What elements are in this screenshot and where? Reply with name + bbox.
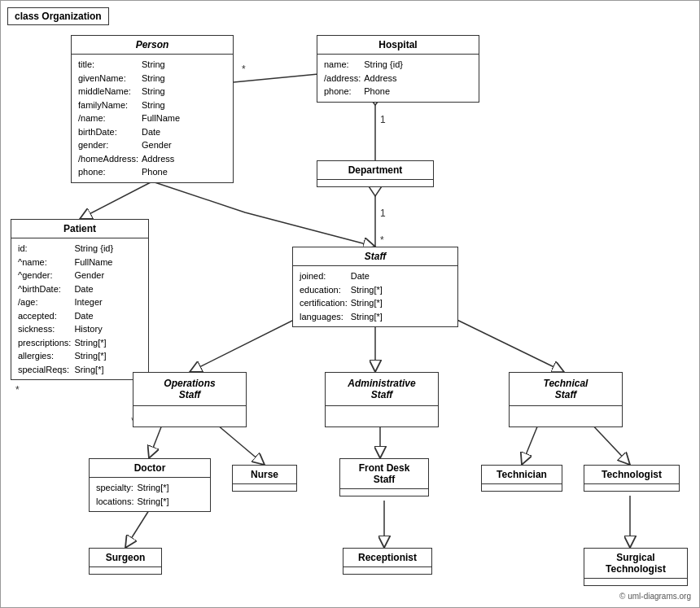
technician-header: Technician — [482, 466, 562, 484]
technologist-header: Technologist — [584, 466, 679, 484]
front-desk-class: Front DeskStaff — [339, 458, 429, 496]
department-header: Department — [317, 161, 433, 180]
technical-staff-class: TechnicalStaff — [509, 372, 623, 427]
patient-header: Patient — [11, 220, 148, 238]
nurse-body — [233, 484, 296, 491]
receptionist-class: Receptionist — [343, 548, 432, 575]
patient-body: id:String {id} ^name:FullName ^gender:Ge… — [11, 238, 148, 379]
svg-text:*: * — [380, 234, 384, 246]
admin-staff-body — [326, 406, 438, 413]
surgeon-body — [90, 567, 161, 574]
front-desk-body — [340, 489, 428, 496]
department-class: Department — [317, 160, 434, 187]
surgical-technologist-class: SurgicalTechnologist — [584, 548, 688, 586]
svg-text:*: * — [15, 384, 20, 396]
technical-staff-body — [510, 406, 622, 413]
surgical-technologist-header: SurgicalTechnologist — [584, 549, 687, 579]
copyright: © uml-diagrams.org — [619, 592, 691, 601]
surgical-technologist-body — [584, 579, 687, 585]
doctor-body: specialty:String[*] locations:String[*] — [90, 478, 210, 511]
admin-staff-header: AdministrativeStaff — [326, 373, 438, 406]
staff-body: joined:Date education:String[*] certific… — [293, 266, 457, 326]
hospital-class: Hospital name:String {id} /address:Addre… — [317, 35, 479, 103]
patient-class: Patient id:String {id} ^name:FullName ^g… — [11, 219, 149, 380]
svg-line-8 — [234, 74, 318, 82]
technologist-body — [584, 484, 679, 491]
hospital-body: name:String {id} /address:Address phone:… — [317, 55, 479, 102]
front-desk-header: Front DeskStaff — [340, 459, 428, 489]
nurse-header: Nurse — [233, 466, 296, 484]
technical-staff-header: TechnicalStaff — [510, 373, 622, 406]
diagram-container: class Organization 1 * — [0, 0, 700, 608]
hospital-header: Hospital — [317, 36, 479, 55]
department-body — [317, 180, 433, 186]
operations-staff-class: OperationsStaff — [133, 372, 247, 427]
svg-line-3 — [80, 182, 152, 219]
doctor-header: Doctor — [90, 459, 210, 478]
admin-staff-class: AdministrativeStaff — [325, 372, 439, 427]
technologist-class: Technologist — [584, 465, 680, 492]
diagram-title: class Organization — [7, 7, 109, 25]
svg-text:1: 1 — [380, 114, 386, 125]
svg-line-16 — [125, 510, 149, 548]
surgeon-class: Surgeon — [89, 548, 162, 575]
staff-header: Staff — [293, 247, 457, 266]
operations-staff-header: OperationsStaff — [133, 373, 246, 406]
technician-body — [482, 484, 562, 491]
surgeon-header: Surgeon — [90, 549, 161, 567]
svg-text:*: * — [242, 63, 246, 75]
nurse-class: Nurse — [232, 465, 297, 492]
person-class: Person title:String givenName:String mid… — [71, 35, 234, 183]
staff-class: Staff joined:Date education:String[*] ce… — [292, 247, 458, 327]
receptionist-header: Receptionist — [343, 549, 431, 567]
receptionist-body — [343, 567, 431, 574]
person-body: title:String givenName:String middleName… — [72, 55, 233, 182]
person-header: Person — [72, 36, 233, 55]
svg-text:1: 1 — [380, 208, 386, 219]
technician-class: Technician — [481, 465, 562, 492]
operations-staff-body — [133, 406, 246, 413]
doctor-class: Doctor specialty:String[*] locations:Str… — [89, 458, 211, 512]
